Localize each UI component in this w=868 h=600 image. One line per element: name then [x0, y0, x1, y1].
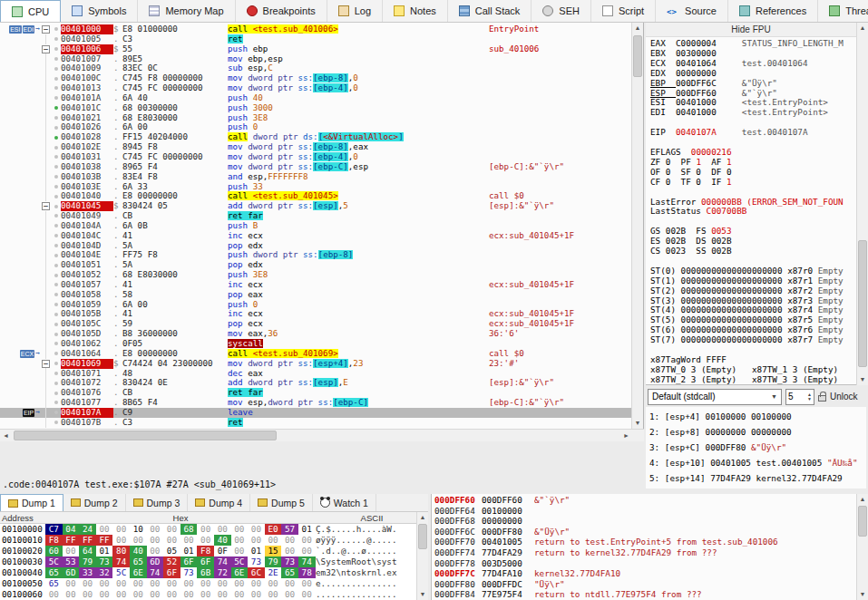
hex-byte[interactable]: 00: [130, 535, 147, 546]
stack-row-000DFF68[interactable]: 000DFF6800000000: [432, 516, 856, 527]
dump-row-00100060[interactable]: 0010006000000000000000000000000000000000…: [0, 589, 428, 600]
hex-byte[interactable]: 05: [163, 546, 180, 556]
hex-byte[interactable]: 00: [248, 578, 265, 589]
tab-breakpoints[interactable]: Breakpoints: [236, 0, 327, 22]
hex-byte[interactable]: 00: [214, 589, 231, 600]
hex-byte[interactable]: 00: [231, 589, 249, 600]
hex-byte[interactable]: 00: [248, 524, 265, 535]
instruction-address[interactable]: 0040101C: [61, 103, 113, 113]
dump-row-00100010[interactable]: 00100010F8FFFFFF000000000000400000000000…: [0, 535, 428, 546]
tab-seh[interactable]: SEH: [532, 0, 591, 22]
tab-dump-2[interactable]: Dump 2: [63, 494, 126, 511]
stack-row-000DFF84[interactable]: 000DFF8477E975F4return to ntdll.77E975F4…: [432, 589, 856, 600]
fold-toggle[interactable]: −: [42, 360, 50, 368]
dump-row-00100030[interactable]: 001000305C53797374656D526F6F745C73797374…: [0, 556, 428, 567]
hex-byte[interactable]: 00: [147, 578, 164, 589]
hex-byte[interactable]: 65: [130, 556, 147, 567]
hex-byte[interactable]: 24: [79, 524, 96, 535]
tab-threads[interactable]: Threads: [818, 0, 868, 22]
hex-byte[interactable]: 6E: [231, 567, 249, 578]
hex-byte[interactable]: 79: [265, 556, 282, 567]
argument-count-spinner[interactable]: 5 ▲▼: [785, 389, 814, 405]
calling-convention-dropdown[interactable]: Default (stdcall) ▼: [648, 389, 782, 405]
dump-row-00100020[interactable]: 00100020600064018040000501F80F0001150000…: [0, 546, 428, 556]
hex-byte[interactable]: 00: [96, 578, 113, 589]
hex-byte[interactable]: 73: [180, 567, 198, 578]
hex-byte[interactable]: 00: [163, 578, 180, 589]
hex-byte[interactable]: 5C: [112, 567, 130, 578]
register-line[interactable]: x87TW_2 3 (Empty) x87TW_3 3 (Empty): [650, 375, 852, 385]
register-line[interactable]: CF 0 TF 0 IF 1: [650, 178, 852, 188]
stack-pane[interactable]: 000DFF60000DFF60&"`ÿ\r"000DFF64001000000…: [431, 494, 868, 600]
disasm-row-00401006[interactable]: −00401006$55push ebpsub_401006: [0, 44, 631, 54]
hex-byte[interactable]: 40: [130, 546, 147, 556]
disassembly-pane[interactable]: ESIEDI→−00401000$E8 01000000call <test.s…: [0, 23, 644, 441]
argument-line[interactable]: 3: [esp+C] 000DFF80 &"Üÿ\r": [649, 440, 863, 455]
hex-byte[interactable]: 74: [112, 556, 130, 567]
stack-row-000DFF78[interactable]: 000DFF78003D5000: [432, 558, 856, 569]
hex-byte[interactable]: 00: [281, 578, 298, 589]
scrollbar-thumb[interactable]: [14, 431, 277, 440]
scroll-up-icon[interactable]: ▲: [857, 23, 868, 34]
hide-fpu-button[interactable]: Hide FPU: [646, 23, 856, 37]
scrollbar-thumb[interactable]: [418, 524, 427, 549]
hex-byte[interactable]: 00: [63, 546, 80, 556]
hex-byte[interactable]: 00: [180, 589, 198, 600]
hex-byte[interactable]: 33: [79, 567, 96, 578]
hex-byte[interactable]: 00: [281, 535, 298, 546]
registers-vertical-scrollbar[interactable]: ▲ ▼: [856, 23, 868, 385]
hex-byte[interactable]: 00: [79, 589, 96, 600]
tab-dump-5[interactable]: Dump 5: [250, 494, 313, 511]
stack-row-000DFF7C[interactable]: 000DFF7C77D4FA10kernel32.77D4FA10: [432, 568, 856, 579]
hex-byte[interactable]: 6E: [130, 567, 147, 578]
hex-byte[interactable]: 00: [197, 524, 214, 535]
instruction-address[interactable]: 00401006: [61, 44, 113, 54]
tab-watch-1[interactable]: Watch 1: [313, 494, 376, 511]
hex-byte[interactable]: 00: [214, 524, 231, 535]
hex-byte[interactable]: 01: [298, 524, 316, 535]
dump-pane[interactable]: Address Hex ASCII 00100000C7042400001000…: [0, 512, 428, 600]
hex-byte[interactable]: 00: [79, 578, 96, 589]
hex-byte[interactable]: 73: [248, 556, 265, 567]
hex-byte[interactable]: 6C: [248, 567, 265, 578]
hex-byte[interactable]: 01: [248, 546, 265, 556]
hex-byte[interactable]: 00: [63, 578, 80, 589]
argument-line[interactable]: 5: [esp+14] 77D4FA29 kernel32.77D4FA29: [649, 470, 863, 486]
disasm-row-0040101C[interactable]: 0040101C.68 00300000push 3000: [0, 103, 631, 113]
hex-byte[interactable]: 74: [147, 567, 164, 578]
tab-references[interactable]: References: [728, 0, 818, 22]
argument-line[interactable]: 4: [esp+10] 00401005 test.00401005 "ÃU‰å…: [649, 455, 863, 470]
register-line[interactable]: CS 0023 SS 002B: [650, 247, 852, 256]
argument-line[interactable]: 2: [esp+8] 00000000 00000000: [649, 424, 863, 440]
scroll-down-icon[interactable]: ▼: [417, 589, 428, 600]
dump-row-00100040[interactable]: 00100040656D33325C6E746F736B726E6C2E6578…: [0, 567, 428, 578]
hex-byte[interactable]: 00: [281, 589, 298, 600]
hex-byte[interactable]: C7: [45, 524, 63, 535]
instruction-address[interactable]: 00401069: [61, 359, 113, 369]
hex-byte[interactable]: FF: [63, 535, 80, 546]
hex-byte[interactable]: 00: [147, 535, 164, 546]
scroll-up-icon[interactable]: ▲: [632, 23, 643, 34]
fold-toggle[interactable]: −: [42, 25, 50, 34]
instruction-address[interactable]: 0040107B: [61, 418, 113, 428]
hex-byte[interactable]: 5C: [45, 556, 63, 567]
hex-byte[interactable]: 53: [63, 556, 80, 567]
disassembly-vertical-scrollbar[interactable]: ▲ ▼: [631, 23, 643, 429]
instruction-address[interactable]: 00401038: [61, 162, 113, 172]
stack-vertical-scrollbar[interactable]: ▲ ▼: [856, 494, 868, 600]
hex-byte[interactable]: 32: [96, 567, 113, 578]
hex-byte[interactable]: 00: [112, 535, 130, 546]
instruction-address[interactable]: 00401058: [61, 290, 113, 300]
hex-byte[interactable]: 01: [96, 546, 113, 556]
hex-byte[interactable]: 00: [112, 578, 130, 589]
hex-byte[interactable]: 00: [298, 535, 316, 546]
hex-byte[interactable]: 00: [45, 589, 63, 600]
scroll-right-icon[interactable]: ►: [620, 430, 632, 441]
disasm-row-0040104C[interactable]: 0040104C.41inc ecxecx:sub_401045+1F: [0, 231, 631, 241]
hex-byte[interactable]: 64: [79, 546, 96, 556]
hex-byte[interactable]: 6D: [63, 567, 80, 578]
hex-byte[interactable]: 00: [298, 546, 316, 556]
hex-byte[interactable]: 00: [163, 524, 180, 535]
hex-byte[interactable]: 5C: [231, 556, 249, 567]
dump-vertical-scrollbar[interactable]: ▲ ▼: [416, 512, 428, 600]
